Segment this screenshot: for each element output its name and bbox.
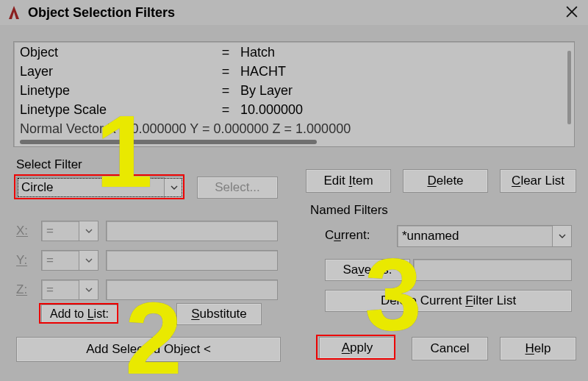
current-filter-combo[interactable]: *unnamed bbox=[397, 225, 572, 247]
delete-current-filter-list-button[interactable]: Delete Current Filter List bbox=[325, 290, 572, 312]
filter-row[interactable]: Layer = HACHT bbox=[20, 64, 556, 83]
edit-item-label: Edit Item bbox=[323, 174, 373, 188]
add-to-list-label: Add to List: bbox=[50, 307, 109, 321]
filter-prop: Object bbox=[20, 45, 211, 60]
add-selected-object-button[interactable]: Add Selected Object < bbox=[16, 337, 281, 362]
current-filter-value: *unnamed bbox=[398, 229, 552, 243]
chevron-down-icon[interactable] bbox=[79, 251, 98, 270]
named-filters-label: Named Filters bbox=[310, 203, 388, 218]
save-as-button[interactable]: Save As: bbox=[325, 259, 410, 281]
title-bar: Object Selection Filters bbox=[0, 0, 588, 25]
chevron-down-icon[interactable] bbox=[164, 177, 183, 198]
filter-val: By Layer bbox=[240, 83, 556, 99]
save-as-label: Save As: bbox=[343, 263, 392, 277]
clear-list-button[interactable]: Clear List bbox=[500, 169, 576, 193]
close-icon[interactable] bbox=[562, 4, 582, 21]
filter-list[interactable]: Object = Hatch Layer = HACHT Linetype = … bbox=[13, 41, 575, 147]
app-icon bbox=[6, 4, 22, 21]
window-title: Object Selection Filters bbox=[28, 5, 175, 21]
y-op-combo[interactable]: = bbox=[41, 250, 98, 271]
filter-val: Hatch bbox=[240, 45, 556, 60]
client-area: Object = Hatch Layer = HACHT Linetype = … bbox=[0, 25, 588, 381]
apply-label: Apply bbox=[342, 341, 373, 355]
x-op-combo[interactable]: = bbox=[41, 221, 98, 241]
x-label: X: bbox=[16, 224, 34, 238]
filter-prop: Linetype bbox=[20, 83, 211, 99]
chevron-down-icon[interactable] bbox=[552, 226, 571, 246]
z-op-combo[interactable]: = bbox=[41, 279, 98, 300]
cancel-button[interactable]: Cancel bbox=[412, 337, 488, 360]
add-to-list-button[interactable]: Add to List: bbox=[41, 305, 118, 324]
filter-type-combo[interactable]: Circle bbox=[16, 177, 184, 199]
select-button-label: Select... bbox=[215, 180, 259, 195]
apply-button[interactable]: Apply bbox=[319, 337, 395, 359]
filter-row[interactable]: Linetype Scale = 10.000000 bbox=[20, 102, 556, 121]
edit-item-button[interactable]: Edit Item bbox=[306, 169, 391, 193]
y-label: Y: bbox=[16, 253, 34, 268]
help-label: Help bbox=[526, 341, 551, 356]
save-as-input[interactable] bbox=[413, 259, 572, 281]
filter-eq: = bbox=[211, 64, 240, 79]
x-value-input[interactable] bbox=[106, 221, 278, 241]
filter-row-partial[interactable]: Normal Vector X = 0.000000 Y = 0.000000 … bbox=[20, 121, 556, 140]
substitute-label: Substitute bbox=[191, 307, 247, 321]
filter-list-rows: Object = Hatch Layer = HACHT Linetype = … bbox=[20, 45, 556, 143]
xyz-row-x: X: = bbox=[16, 216, 278, 246]
cancel-label: Cancel bbox=[431, 341, 470, 356]
delete-current-filter-list-label: Delete Current Filter List bbox=[381, 293, 516, 308]
current-label: Current: bbox=[325, 228, 370, 243]
xyz-group: X: = Y: = Z: = bbox=[16, 216, 278, 305]
clear-list-label: Clear List bbox=[512, 174, 564, 188]
substitute-button[interactable]: Substitute bbox=[176, 303, 262, 325]
z-value-input[interactable] bbox=[106, 279, 278, 300]
filter-eq: = bbox=[211, 45, 240, 60]
filter-prop: Linetype Scale bbox=[20, 102, 211, 118]
chevron-down-icon[interactable] bbox=[79, 221, 98, 241]
delete-label: Delete bbox=[427, 174, 463, 188]
filter-val: HACHT bbox=[240, 64, 556, 79]
y-value-input[interactable] bbox=[106, 250, 278, 271]
filter-eq: = bbox=[211, 102, 240, 118]
filter-row[interactable]: Object = Hatch bbox=[20, 45, 556, 64]
scrollbar-vertical[interactable] bbox=[567, 51, 571, 124]
add-selected-object-label: Add Selected Object < bbox=[86, 342, 211, 357]
help-button[interactable]: Help bbox=[500, 337, 576, 360]
filter-type-value: Circle bbox=[17, 180, 164, 195]
filter-partial-text: Normal Vector X = 0.000000 Y = 0.000000 … bbox=[20, 121, 351, 137]
scrollbar-horizontal[interactable] bbox=[20, 140, 317, 144]
select-button[interactable]: Select... bbox=[197, 177, 278, 199]
xyz-row-y: Y: = bbox=[16, 246, 278, 275]
svg-marker-0 bbox=[9, 6, 19, 19]
filter-eq: = bbox=[211, 83, 240, 99]
filter-row[interactable]: Linetype = By Layer bbox=[20, 83, 556, 102]
chevron-down-icon[interactable] bbox=[79, 280, 98, 299]
delete-button[interactable]: Delete bbox=[403, 169, 488, 193]
xyz-row-z: Z: = bbox=[16, 275, 278, 305]
filter-prop: Layer bbox=[20, 64, 211, 79]
select-filter-label: Select Filter bbox=[16, 157, 82, 172]
z-label: Z: bbox=[16, 282, 34, 297]
filter-val: 10.000000 bbox=[240, 102, 556, 118]
